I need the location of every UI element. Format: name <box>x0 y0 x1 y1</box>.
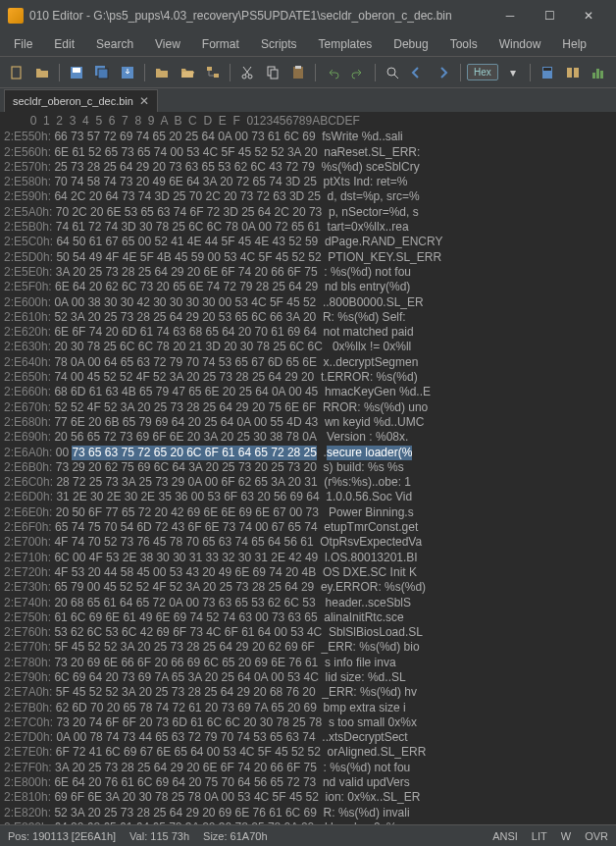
menu-scripts[interactable]: Scripts <box>251 33 307 55</box>
hex-row[interactable]: 2:E770h: 5F 45 52 52 3A 20 25 73 28 25 6… <box>4 640 612 655</box>
find-next-icon[interactable] <box>433 62 454 83</box>
calculator-icon[interactable] <box>537 62 558 83</box>
cut-icon[interactable] <box>236 62 258 83</box>
menu-search[interactable]: Search <box>86 33 143 55</box>
hex-row[interactable]: 2:E700h: 4F 74 70 52 73 76 45 78 70 65 6… <box>4 535 612 550</box>
hex-row[interactable]: 2:E610h: 52 3A 20 25 73 28 25 64 29 20 5… <box>4 310 612 325</box>
hex-row[interactable]: 2:E780h: 73 20 69 6E 66 6F 20 66 69 6C 6… <box>4 656 612 670</box>
hex-row[interactable]: 2:E580h: 70 74 58 74 73 20 49 6E 64 3A 2… <box>4 175 612 189</box>
hex-row[interactable]: 2:E6F0h: 65 74 75 70 54 6D 72 43 6F 6E 7… <box>4 520 612 535</box>
hex-row[interactable]: 2:E670h: 52 52 4F 52 3A 20 25 73 28 25 6… <box>4 400 612 415</box>
open-icon[interactable] <box>31 62 53 83</box>
hex-row[interactable]: 2:E5F0h: 6E 64 20 62 6C 73 20 65 6E 74 7… <box>4 280 612 294</box>
status-endian[interactable]: LIT <box>532 830 547 842</box>
copy-icon[interactable] <box>262 62 283 83</box>
menu-tools[interactable]: Tools <box>440 33 488 55</box>
hex-row[interactable]: 2:E5C0h: 64 50 61 67 65 00 52 41 4E 44 5… <box>4 235 612 249</box>
hex-row[interactable]: 2:E680h: 77 6E 20 6B 65 79 69 64 20 25 6… <box>4 415 612 430</box>
menu-debug[interactable]: Debug <box>384 33 437 55</box>
hex-row[interactable]: 2:E7B0h: 62 6D 70 20 65 78 74 72 61 20 7… <box>4 701 612 715</box>
hex-row[interactable]: 2:E7C0h: 73 20 74 6F 6F 20 73 6D 61 6C 6… <box>4 715 612 730</box>
app-icon <box>8 8 24 24</box>
hex-row[interactable]: 2:E6B0h: 73 29 20 62 75 69 6C 64 3A 20 2… <box>4 460 612 475</box>
hex-row[interactable]: 2:E750h: 61 6C 69 6E 61 49 6E 69 74 52 7… <box>4 610 612 625</box>
hex-row[interactable]: 2:E810h: 69 6F 6E 3A 20 30 78 25 78 0A 0… <box>4 790 612 805</box>
menu-file[interactable]: File <box>4 33 42 55</box>
hex-row[interactable]: 2:E6D0h: 31 2E 30 2E 30 2E 35 36 00 53 6… <box>4 490 612 504</box>
hex-mode-badge[interactable]: Hex <box>467 64 498 80</box>
hex-row[interactable]: 2:E650h: 74 00 45 52 52 4F 52 3A 20 25 7… <box>4 370 612 385</box>
svg-rect-18 <box>596 69 599 79</box>
hex-row[interactable]: 2:E590h: 64 2C 20 64 73 74 3D 25 70 2C 2… <box>4 189 612 204</box>
hex-row[interactable]: 2:E600h: 0A 00 38 30 30 42 30 30 30 30 0… <box>4 295 612 310</box>
close-button[interactable]: ✕ <box>569 1 608 30</box>
compare-icon[interactable] <box>562 62 584 83</box>
hex-row[interactable]: 2:E5E0h: 3A 20 25 73 28 25 64 29 20 6E 6… <box>4 265 612 280</box>
svg-point-12 <box>387 68 395 76</box>
menu-view[interactable]: View <box>145 33 190 55</box>
maximize-button[interactable]: ☐ <box>530 1 569 30</box>
hex-row[interactable]: 2:E570h: 25 73 28 25 64 29 20 73 63 65 5… <box>4 160 612 175</box>
save-as-icon[interactable] <box>117 62 138 83</box>
hex-row[interactable]: 2:E7F0h: 3A 20 25 73 28 25 64 29 20 6E 6… <box>4 761 612 775</box>
save-icon[interactable] <box>66 62 87 83</box>
hex-row[interactable]: 2:E730h: 65 79 00 45 52 52 4F 52 3A 20 2… <box>4 580 612 595</box>
hex-row[interactable]: 2:E720h: 4F 53 20 44 58 45 00 53 43 20 4… <box>4 565 612 580</box>
folder-open-icon[interactable] <box>177 62 198 83</box>
hex-row[interactable]: 2:E660h: 68 6D 61 63 4B 65 79 47 65 6E 2… <box>4 385 612 399</box>
svg-rect-2 <box>73 68 80 73</box>
hex-row[interactable]: 2:E6A0h: 00 73 65 63 75 72 65 20 6C 6F 6… <box>4 446 612 460</box>
menu-templates[interactable]: Templates <box>309 33 383 55</box>
find-prev-icon[interactable] <box>407 62 429 83</box>
find-icon[interactable] <box>382 62 403 83</box>
menu-help[interactable]: Help <box>552 33 596 55</box>
hex-row[interactable]: 2:E6C0h: 28 72 25 73 3A 25 73 29 0A 00 6… <box>4 475 612 490</box>
hex-editor[interactable]: 0 1 2 3 4 5 6 7 8 9 A B C D E F 01234567… <box>0 112 616 824</box>
new-icon[interactable] <box>6 62 27 83</box>
folder-tree-icon[interactable] <box>202 62 224 83</box>
hex-row[interactable]: 2:E620h: 6E 6F 74 20 6D 61 74 63 68 65 6… <box>4 325 612 340</box>
undo-icon[interactable] <box>322 62 343 83</box>
status-ovr[interactable]: OVR <box>585 830 608 842</box>
minimize-button[interactable]: ─ <box>490 1 530 30</box>
menu-edit[interactable]: Edit <box>44 33 84 55</box>
svg-rect-0 <box>12 67 21 79</box>
hex-row[interactable]: 2:E630h: 20 30 78 25 6C 6C 78 20 21 3D 2… <box>4 340 612 354</box>
hex-row[interactable]: 2:E820h: 52 3A 20 25 73 28 25 64 29 20 6… <box>4 806 612 820</box>
redo-icon[interactable] <box>347 62 369 83</box>
hex-row[interactable]: 2:E710h: 6C 00 4F 53 2E 38 30 30 31 33 3… <box>4 551 612 565</box>
hex-row[interactable]: 2:E740h: 20 68 65 61 64 65 72 0A 00 73 6… <box>4 596 612 610</box>
hex-row[interactable]: 2:E800h: 6E 64 20 76 61 6C 69 64 20 75 7… <box>4 775 612 790</box>
hex-row[interactable]: 2:E6E0h: 20 50 6F 77 65 72 20 42 69 6E 6… <box>4 505 612 520</box>
svg-rect-17 <box>592 73 595 79</box>
status-encoding[interactable]: ANSI <box>492 830 518 842</box>
dropdown-icon[interactable]: ▾ <box>502 62 524 83</box>
tab-close-icon[interactable]: ✕ <box>139 94 149 108</box>
menu-window[interactable]: Window <box>489 33 551 55</box>
hex-row[interactable]: 2:E760h: 53 62 6C 53 6C 42 69 6F 73 4C 6… <box>4 625 612 640</box>
histogram-icon[interactable] <box>588 62 609 83</box>
menu-format[interactable]: Format <box>192 33 249 55</box>
hex-row[interactable]: 2:E550h: 66 73 57 72 69 74 65 20 25 64 0… <box>4 130 612 144</box>
folder-icon[interactable] <box>151 62 173 83</box>
hex-row[interactable]: 2:E5A0h: 70 2C 20 6E 53 65 63 74 6F 72 3… <box>4 205 612 220</box>
status-mode-w[interactable]: W <box>561 830 571 842</box>
hex-row[interactable]: 2:E7A0h: 5F 45 52 52 3A 20 25 73 28 25 6… <box>4 685 612 700</box>
hex-row[interactable]: 2:E640h: 78 0A 00 64 65 63 72 79 70 74 5… <box>4 355 612 370</box>
svg-rect-19 <box>600 71 603 79</box>
file-tab[interactable]: secldr_oberon_c_dec.bin ✕ <box>4 89 158 112</box>
window-title: 010 Editor - G:\ps5_pups\4.03_recovery\P… <box>29 9 490 23</box>
svg-rect-4 <box>98 69 108 79</box>
hex-row[interactable]: 2:E5B0h: 74 61 72 74 3D 30 78 25 6C 6C 7… <box>4 220 612 235</box>
svg-point-7 <box>248 75 252 79</box>
hex-row[interactable]: 2:E560h: 6E 61 52 65 73 65 74 00 53 4C 5… <box>4 145 612 160</box>
hex-row[interactable]: 2:E830h: 64 20 68 65 61 64 65 72 3A 20 3… <box>4 820 612 824</box>
paste-icon[interactable] <box>287 62 309 83</box>
hex-row[interactable]: 2:E790h: 6C 69 64 20 73 69 7A 65 3A 20 2… <box>4 670 612 685</box>
hex-row[interactable]: 2:E5D0h: 50 54 49 4F 4E 5F 4B 45 59 00 5… <box>4 250 612 265</box>
hex-row[interactable]: 2:E690h: 20 56 65 72 73 69 6F 6E 20 3A 2… <box>4 430 612 445</box>
svg-rect-14 <box>543 68 551 71</box>
hex-row[interactable]: 2:E7E0h: 6F 72 41 6C 69 67 6E 65 64 00 5… <box>4 745 612 760</box>
save-all-icon[interactable] <box>91 62 113 83</box>
hex-row[interactable]: 2:E7D0h: 0A 00 78 74 73 44 65 63 72 79 7… <box>4 730 612 745</box>
